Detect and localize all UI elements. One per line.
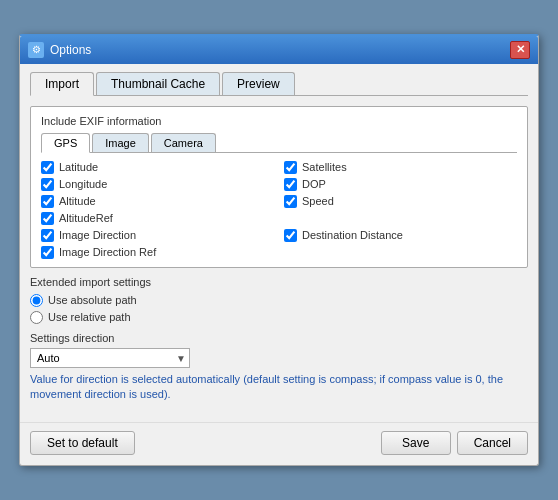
empty-cell — [284, 246, 517, 259]
altituderef-checkbox[interactable] — [41, 212, 54, 225]
footer: Set to default Save Cancel — [20, 422, 538, 465]
image-direction-label: Image Direction — [59, 229, 136, 241]
cancel-button[interactable]: Cancel — [457, 431, 528, 455]
speed-checkbox[interactable] — [284, 195, 297, 208]
titlebar-left: ⚙ Options — [28, 42, 91, 58]
tab-camera[interactable]: Camera — [151, 133, 216, 152]
altitude-checkbox[interactable] — [41, 195, 54, 208]
tab-thumbnail-cache[interactable]: Thumbnail Cache — [96, 72, 220, 95]
image-direction-ref-checkbox[interactable] — [41, 246, 54, 259]
satellites-checkbox[interactable] — [284, 161, 297, 174]
window-title: Options — [50, 43, 91, 57]
altituderef-label: AltitudeRef — [59, 212, 113, 224]
inner-tabs: GPS Image Camera — [41, 133, 517, 153]
settings-direction-label: Settings direction — [30, 332, 528, 344]
tab-preview[interactable]: Preview — [222, 72, 295, 95]
relative-path-radio[interactable] — [30, 311, 43, 324]
image-direction-ref-label: Image Direction Ref — [59, 246, 156, 258]
destination-distance-label: Destination Distance — [302, 229, 403, 241]
list-item: Longitude — [41, 178, 274, 191]
direction-select[interactable]: Auto North South East West — [30, 348, 190, 368]
direction-select-wrapper: Auto North South East West ▼ — [30, 348, 190, 368]
tab-image[interactable]: Image — [92, 133, 149, 152]
longitude-checkbox[interactable] — [41, 178, 54, 191]
set-default-button[interactable]: Set to default — [30, 431, 135, 455]
dop-label: DOP — [302, 178, 326, 190]
gps-checkbox-grid: Latitude Satellites Longitude DOP Altitu… — [41, 161, 517, 259]
image-direction-checkbox[interactable] — [41, 229, 54, 242]
absolute-path-radio[interactable] — [30, 294, 43, 307]
extended-title: Extended import settings — [30, 276, 528, 288]
list-item: Latitude — [41, 161, 274, 174]
list-item — [284, 212, 517, 225]
altitude-label: Altitude — [59, 195, 96, 207]
titlebar: ⚙ Options ✕ — [20, 36, 538, 64]
tab-import[interactable]: Import — [30, 72, 94, 96]
close-button[interactable]: ✕ — [510, 41, 530, 59]
latitude-checkbox[interactable] — [41, 161, 54, 174]
list-item: Image Direction — [41, 229, 274, 242]
list-item: AltitudeRef — [41, 212, 274, 225]
destination-distance-checkbox[interactable] — [284, 229, 297, 242]
latitude-label: Latitude — [59, 161, 98, 173]
relative-path-label: Use relative path — [48, 311, 131, 323]
list-item: Altitude — [41, 195, 274, 208]
tab-gps[interactable]: GPS — [41, 133, 90, 153]
list-item: Image Direction Ref — [41, 246, 274, 259]
exif-section: Include EXIF information GPS Image Camer… — [30, 106, 528, 268]
absolute-path-label: Use absolute path — [48, 294, 137, 306]
exif-section-label: Include EXIF information — [41, 115, 517, 127]
speed-label: Speed — [302, 195, 334, 207]
radio-relative-path: Use relative path — [30, 311, 528, 324]
settings-direction-section: Settings direction Auto North South East… — [30, 332, 528, 403]
extended-section: Extended import settings Use absolute pa… — [30, 276, 528, 324]
app-icon: ⚙ — [28, 42, 44, 58]
longitude-label: Longitude — [59, 178, 107, 190]
info-text: Value for direction is selected automati… — [30, 372, 528, 403]
dop-checkbox[interactable] — [284, 178, 297, 191]
satellites-label: Satellites — [302, 161, 347, 173]
outer-tabs: Import Thumbnail Cache Preview — [30, 72, 528, 96]
options-window: ⚙ Options ✕ Import Thumbnail Cache Previ… — [19, 34, 539, 467]
list-item: Destination Distance — [284, 229, 517, 242]
list-item: Satellites — [284, 161, 517, 174]
list-item: DOP — [284, 178, 517, 191]
list-item: Speed — [284, 195, 517, 208]
save-button[interactable]: Save — [381, 431, 451, 455]
action-buttons: Save Cancel — [381, 431, 528, 455]
radio-absolute-path: Use absolute path — [30, 294, 528, 307]
main-content: Import Thumbnail Cache Preview Include E… — [20, 64, 538, 419]
